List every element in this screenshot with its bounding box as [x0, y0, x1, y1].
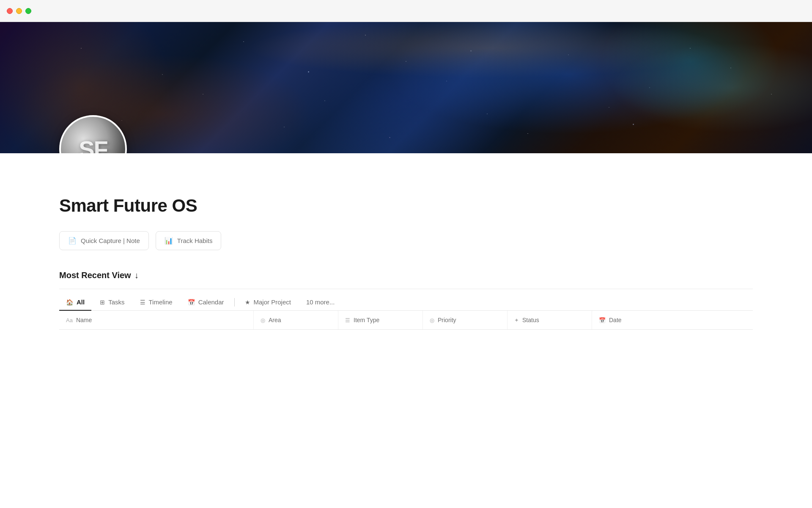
- track-habits-button[interactable]: 📊 Track Habits: [156, 231, 222, 250]
- col-header-priority[interactable]: ◎ Priority: [423, 311, 508, 329]
- tab-major-project-label: Major Project: [254, 298, 291, 306]
- tab-all[interactable]: 🏠 All: [59, 294, 91, 311]
- col-area-icon: ◎: [261, 317, 265, 323]
- main-content: Smart Future OS 📄 Quick Capture | Note 📊…: [0, 153, 812, 330]
- track-habits-icon: 📊: [165, 237, 173, 245]
- col-header-name[interactable]: Aa Name: [59, 311, 254, 329]
- maximize-button[interactable]: [25, 8, 31, 14]
- avatar-text: SF: [79, 135, 107, 154]
- minimize-button[interactable]: [16, 8, 22, 14]
- col-date-icon: 📅: [599, 317, 606, 323]
- tab-timeline-icon: ☰: [140, 299, 145, 306]
- track-habits-label: Track Habits: [177, 237, 213, 244]
- avatar: SF: [59, 115, 127, 153]
- close-button[interactable]: [7, 8, 13, 14]
- tab-timeline[interactable]: ☰ Timeline: [133, 294, 179, 311]
- col-header-area[interactable]: ◎ Area: [254, 311, 338, 329]
- col-type-icon: ☰: [345, 317, 350, 323]
- title-bar: [0, 0, 812, 22]
- tab-more[interactable]: 10 more...: [299, 294, 342, 311]
- tab-tasks[interactable]: ⊞ Tasks: [93, 294, 131, 311]
- section-heading: Most Recent View ↓: [59, 271, 753, 280]
- section-heading-arrow: ↓: [134, 271, 139, 280]
- tabs-container: 🏠 All ⊞ Tasks ☰ Timeline 📅 Calendar ★ Ma…: [59, 289, 753, 311]
- tab-calendar-icon: 📅: [188, 299, 195, 306]
- col-name-label: Name: [76, 317, 92, 323]
- tab-tasks-icon: ⊞: [100, 299, 105, 306]
- tab-calendar-label: Calendar: [198, 298, 224, 306]
- quick-capture-label: Quick Capture | Note: [81, 237, 140, 244]
- col-status-label: Status: [522, 317, 539, 323]
- col-header-item-type[interactable]: ☰ Item Type: [338, 311, 423, 329]
- col-header-status[interactable]: ✦ Status: [508, 311, 592, 329]
- tab-separator: [234, 298, 235, 306]
- tab-timeline-label: Timeline: [149, 298, 173, 306]
- col-status-icon: ✦: [514, 317, 519, 323]
- hero-banner: SF: [0, 22, 812, 153]
- col-area-label: Area: [269, 317, 281, 323]
- section-heading-text: Most Recent View: [59, 271, 131, 280]
- quick-capture-icon: 📄: [68, 237, 77, 245]
- page-title: Smart Future OS: [59, 196, 753, 216]
- tab-major-project-icon: ★: [245, 299, 250, 306]
- col-date-label: Date: [609, 317, 622, 323]
- tab-calendar[interactable]: 📅 Calendar: [181, 294, 231, 311]
- tab-all-label: All: [77, 298, 85, 306]
- tab-major-project[interactable]: ★ Major Project: [238, 294, 298, 311]
- tab-all-icon: 🏠: [66, 299, 73, 306]
- table-header: Aa Name ◎ Area ☰ Item Type ◎ Priority ✦ …: [59, 311, 753, 330]
- col-priority-icon: ◎: [430, 317, 434, 323]
- avatar-container: SF: [59, 115, 127, 153]
- action-buttons: 📄 Quick Capture | Note 📊 Track Habits: [59, 231, 753, 250]
- tab-more-label: 10 more...: [306, 298, 335, 306]
- col-header-date[interactable]: 📅 Date: [592, 311, 677, 329]
- col-name-icon: Aa: [66, 317, 73, 323]
- col-type-label: Item Type: [354, 317, 379, 323]
- tab-tasks-label: Tasks: [108, 298, 124, 306]
- col-priority-label: Priority: [438, 317, 456, 323]
- quick-capture-button[interactable]: 📄 Quick Capture | Note: [59, 231, 149, 250]
